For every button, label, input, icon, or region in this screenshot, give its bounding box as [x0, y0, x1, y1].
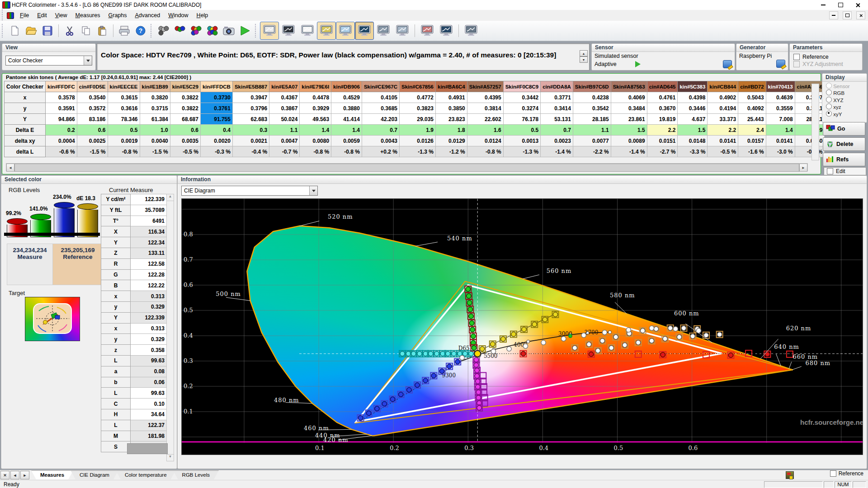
cell-Y-12[interactable]: 23.823	[436, 114, 467, 125]
near-black-view-button[interactable]	[279, 22, 298, 40]
column-header-1[interactable]: cin#F0D5E	[77, 81, 108, 92]
cell-Y-19[interactable]: 4.637	[678, 114, 708, 125]
cell-x-0[interactable]: 0.3578	[46, 92, 77, 103]
cell-y-9[interactable]: 0.3880	[331, 103, 362, 114]
cell-delta-xy-1[interactable]: 0.0025	[77, 136, 108, 146]
column-header-21[interactable]: cin#BD72	[738, 81, 766, 92]
column-header-7[interactable]: kin#E5A07	[269, 81, 300, 92]
tab-cie-diagram[interactable]: CIE Diagram	[71, 470, 118, 479]
column-header-4[interactable]: kin#E5C29	[170, 81, 200, 92]
cell-x-18[interactable]: 0.4761	[647, 92, 678, 103]
cell-Y-3[interactable]: 61.384	[140, 114, 170, 125]
camera-button[interactable]	[221, 23, 237, 39]
cell-x-11[interactable]: 0.4772	[400, 92, 436, 103]
cell-delta-L-3[interactable]: -1.5 %	[140, 146, 170, 157]
sensor-ball-cluster-button[interactable]	[204, 23, 221, 39]
cell-x-3[interactable]: 0.3820	[140, 92, 170, 103]
table-horizontal-scrollbar[interactable]: ◄ ►	[6, 163, 808, 171]
tab-measures[interactable]: Measures	[31, 470, 73, 479]
near-white-view-button[interactable]	[298, 22, 317, 40]
menu-advanced[interactable]: Advanced	[131, 11, 165, 20]
column-header-19[interactable]: kin#5C383	[678, 81, 708, 92]
tab-next-button[interactable]: ►	[20, 471, 29, 479]
cell-y-23[interactable]: 0.3811	[795, 103, 825, 114]
display-radio-XYZ[interactable]: XYZ	[822, 96, 867, 103]
cell-delta-xy-2[interactable]: 0.0019	[108, 136, 140, 146]
cell-x-12[interactable]: 0.4931	[436, 92, 467, 103]
cell-Y-11[interactable]: 29.035	[400, 114, 436, 125]
cell-Delta-E-11[interactable]: 1.9	[400, 125, 436, 136]
edit-checkbox[interactable]	[827, 168, 833, 174]
measure-scrollbar[interactable]: ▲ ▼	[166, 194, 174, 461]
cell-delta-xy-3[interactable]: 0.0040	[140, 136, 170, 146]
cell-x-19[interactable]: 0.4398	[678, 92, 708, 103]
param-reference[interactable]: Reference	[793, 53, 862, 61]
cell-x-16[interactable]: 0.4238	[573, 92, 611, 103]
sensor-config-button[interactable]	[723, 60, 732, 68]
cell-y-18[interactable]: 0.3670	[647, 103, 678, 114]
cell-Delta-E-12[interactable]: 1.8	[436, 125, 467, 136]
column-header-5[interactable]: kin#FFDCB	[200, 81, 232, 92]
cell-delta-L-2[interactable]: -0.8 %	[108, 146, 140, 157]
cell-x-5[interactable]: 0.3730	[200, 92, 232, 103]
generator-config-button[interactable]	[776, 60, 785, 68]
cell-delta-xy-11[interactable]: 0.0126	[400, 136, 436, 146]
menu-view[interactable]: View	[51, 11, 71, 20]
cell-Delta-E-19[interactable]: 1.5	[678, 125, 708, 136]
cell-delta-L-9[interactable]: -0.8 %	[331, 146, 362, 157]
saturation-view-button[interactable]	[317, 22, 336, 40]
color-checker-view-button[interactable]	[355, 22, 374, 40]
cell-delta-L-1[interactable]: -1.5 %	[77, 146, 108, 157]
cell-delta-xy-7[interactable]: 0.0047	[269, 136, 300, 146]
cell-y-16[interactable]: 0.3542	[573, 103, 611, 114]
menu-window[interactable]: Window	[164, 11, 192, 20]
cell-Y-7[interactable]: 50.024	[269, 114, 300, 125]
cell-Y-8[interactable]: 49.563	[300, 114, 331, 125]
cell-x-4[interactable]: 0.3822	[170, 92, 200, 103]
column-header-15[interactable]: cin#DDA8A	[541, 81, 573, 92]
reference-checkbox[interactable]	[830, 470, 836, 477]
cell-delta-L-11[interactable]: -1.3 %	[400, 146, 436, 157]
cell-Y-10[interactable]: 42.203	[362, 114, 399, 125]
help-button[interactable]: ?	[132, 23, 149, 39]
go-button[interactable]: Go	[823, 122, 865, 136]
edit-checkbox-row[interactable]: Edit	[824, 167, 866, 175]
cell-Y-13[interactable]: 22.602	[467, 114, 503, 125]
cell-Delta-E-21[interactable]: 2.4	[738, 125, 766, 136]
menu-file[interactable]: File	[16, 11, 33, 20]
cell-Y-15[interactable]: 53.131	[541, 114, 573, 125]
cell-delta-xy-22[interactable]: 0.0141	[766, 136, 795, 146]
cell-x-1[interactable]: 0.3540	[77, 92, 108, 103]
scroll-right-icon[interactable]: ►	[799, 164, 807, 172]
cell-y-8[interactable]: 0.3929	[300, 103, 331, 114]
menu-measures[interactable]: Measures	[71, 11, 104, 20]
column-header-0[interactable]: kin#FFDFC	[46, 81, 77, 92]
print-button[interactable]	[116, 23, 132, 39]
cell-y-4[interactable]: 0.3822	[170, 103, 200, 114]
cell-delta-L-12[interactable]: -1.2 %	[436, 146, 467, 157]
cell-delta-xy-15[interactable]: 0.0023	[541, 136, 573, 146]
cell-delta-L-0[interactable]: -0.6 %	[46, 146, 77, 157]
cell-y-6[interactable]: 0.3796	[232, 103, 269, 114]
contrast-view-button[interactable]	[374, 22, 393, 40]
open-folder-button[interactable]	[23, 23, 39, 39]
cell-Y-22[interactable]: 7.008	[766, 114, 795, 125]
cell-delta-xy-17[interactable]: 0.0089	[611, 136, 647, 146]
column-header-2[interactable]: kin#EECEE	[108, 81, 140, 92]
cell-delta-L-19[interactable]: -3.3 %	[678, 146, 708, 157]
mdi-close-button[interactable]	[856, 11, 865, 19]
cell-delta-L-16[interactable]: -2.2 %	[573, 146, 611, 157]
column-header-3[interactable]: kin#E1B89	[140, 81, 170, 92]
cell-Delta-E-16[interactable]: 1.1	[573, 125, 611, 136]
cell-delta-xy-10[interactable]: 0.0043	[362, 136, 399, 146]
cell-delta-L-17[interactable]: -1.4 %	[611, 146, 647, 157]
cell-delta-xy-4[interactable]: 0.0035	[170, 136, 200, 146]
cell-delta-L-6[interactable]: -0.4 %	[232, 146, 269, 157]
cell-delta-L-14[interactable]: -1.3 %	[503, 146, 541, 157]
cell-delta-L-18[interactable]: -2.7 %	[647, 146, 678, 157]
cell-Delta-E-8[interactable]: 1.4	[300, 125, 331, 136]
cell-delta-xy-8[interactable]: 0.0080	[300, 136, 331, 146]
cell-Delta-E-9[interactable]: 1.4	[331, 125, 362, 136]
menu-graphs[interactable]: Graphs	[104, 11, 131, 20]
mdi-minimize-button[interactable]	[829, 11, 838, 19]
